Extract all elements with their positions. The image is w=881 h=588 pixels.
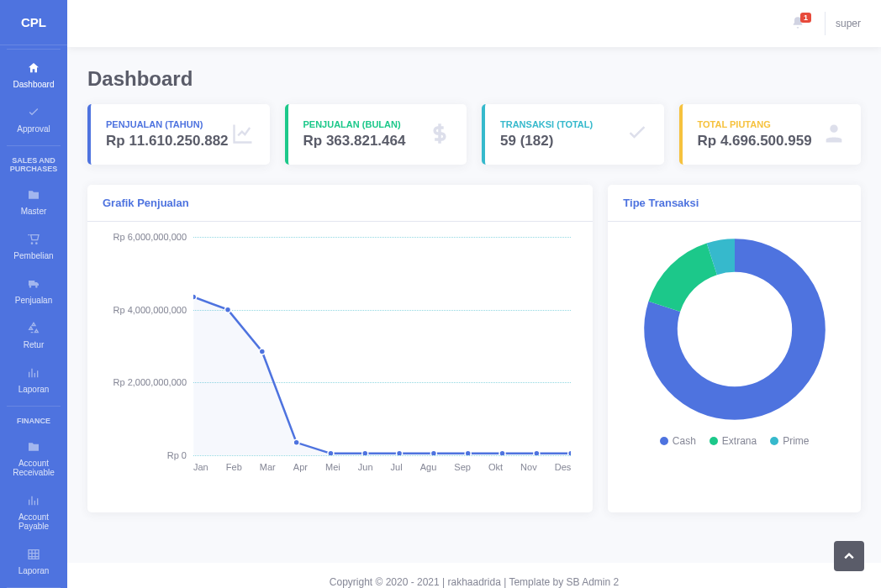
line-chart: Rp 0Rp 2,000,000,000Rp 4,000,000,000Rp 6… bbox=[103, 237, 578, 497]
divider bbox=[7, 49, 61, 50]
sidebar: CPL Dashboard Approval SALES AND PURCHAS… bbox=[0, 0, 67, 588]
sidebar-item-master[interactable]: Master bbox=[0, 180, 67, 224]
nav-label: Dashboard bbox=[13, 80, 55, 89]
sidebar-item-retur[interactable]: Retur bbox=[0, 313, 67, 358]
svg-point-3 bbox=[293, 439, 299, 445]
stat-label: TRANSAKSI (TOTAL) bbox=[500, 119, 593, 129]
line-chart-svg bbox=[193, 237, 571, 455]
chart-icon bbox=[3, 494, 64, 510]
chart-legend: CashExtranaPrime bbox=[660, 435, 810, 447]
x-axis-label: Agu bbox=[420, 462, 437, 472]
grid-line bbox=[193, 455, 571, 456]
nav-label: Account Receivable bbox=[13, 459, 54, 477]
scroll-to-top-button[interactable] bbox=[834, 541, 864, 571]
check-icon bbox=[3, 106, 64, 122]
svg-point-2 bbox=[259, 349, 265, 354]
svg-point-6 bbox=[397, 450, 403, 455]
stat-label: PENJUALAN (BULAN) bbox=[303, 119, 406, 129]
legend-dot bbox=[710, 437, 718, 445]
x-axis-label: Feb bbox=[226, 462, 242, 472]
check-icon bbox=[625, 122, 649, 148]
nav-label: Master bbox=[21, 207, 47, 216]
nav-label: Account Payable bbox=[18, 512, 49, 531]
svg-point-7 bbox=[430, 450, 436, 455]
svg-point-8 bbox=[465, 450, 471, 455]
sidebar-item-laporan[interactable]: Laporan bbox=[0, 358, 67, 402]
panel-title: Grafik Penjualan bbox=[87, 185, 593, 222]
x-axis-label: Mar bbox=[260, 462, 276, 472]
y-axis-label: Rp 6,000,000,000 bbox=[113, 232, 187, 242]
stat-card: PENJUALAN (TAHUN) Rp 11.610.250.882 bbox=[87, 104, 270, 165]
truck-icon bbox=[3, 277, 64, 293]
dollar-icon bbox=[428, 122, 451, 148]
sidebar-item-account-payable[interactable]: Account Payable bbox=[0, 486, 67, 539]
table-icon bbox=[3, 548, 64, 564]
donut-chart bbox=[642, 237, 827, 422]
folder-icon bbox=[3, 188, 64, 204]
nav-label: Penjualan bbox=[15, 296, 52, 305]
donate-icon bbox=[822, 122, 846, 148]
nav-label: Laporan bbox=[18, 385, 50, 394]
main-content: 1 super Dashboard PENJUALAN (TAHUN) Rp 1… bbox=[67, 0, 881, 588]
stat-value: Rp 11.610.250.882 bbox=[106, 133, 229, 150]
user-menu[interactable]: super bbox=[836, 18, 861, 29]
cart-icon bbox=[3, 233, 64, 249]
x-axis-label: Okt bbox=[488, 462, 503, 472]
nav-label: Retur bbox=[24, 340, 44, 349]
svg-point-11 bbox=[568, 450, 572, 455]
folder-icon bbox=[3, 440, 64, 456]
sidebar-item-penjualan[interactable]: Penjualan bbox=[0, 269, 67, 313]
x-axis-label: Sep bbox=[454, 462, 471, 472]
x-axis-label: Apr bbox=[293, 462, 308, 472]
topbar: 1 super bbox=[67, 0, 881, 47]
nav-label: Approval bbox=[17, 124, 50, 134]
chart-line-icon bbox=[231, 122, 255, 148]
x-axis-label: Mei bbox=[325, 462, 340, 472]
legend-item: Cash bbox=[660, 435, 696, 447]
recycle-icon bbox=[3, 322, 64, 338]
divider bbox=[7, 145, 61, 146]
stat-value: 59 (182) bbox=[500, 133, 593, 150]
svg-point-0 bbox=[193, 294, 197, 300]
stat-label: PENJUALAN (TAHUN) bbox=[106, 119, 229, 129]
stat-card: TOTAL PIUTANG Rp 4.696.500.959 bbox=[679, 104, 862, 165]
x-axis-label: Jul bbox=[391, 462, 403, 472]
nav-label: Pembelian bbox=[13, 251, 53, 260]
sales-chart-panel: Grafik Penjualan Rp 0Rp 2,000,000,000Rp … bbox=[87, 185, 593, 512]
legend-dot bbox=[660, 437, 668, 445]
divider bbox=[825, 12, 826, 35]
notification-badge: 1 bbox=[800, 13, 811, 23]
svg-point-9 bbox=[499, 450, 505, 455]
chart-icon bbox=[3, 366, 64, 382]
transaction-type-panel: Tipe Transaksi CashExtranaPrime bbox=[608, 185, 861, 512]
sidebar-item-dashboard[interactable]: Dashboard bbox=[0, 53, 67, 97]
sidebar-item-account-receivable[interactable]: Account Receivable bbox=[0, 432, 67, 486]
legend-dot bbox=[770, 437, 778, 445]
stat-value: Rp 363.821.464 bbox=[303, 133, 406, 150]
brand-logo[interactable]: CPL bbox=[0, 0, 67, 45]
svg-point-1 bbox=[224, 307, 230, 312]
panel-title: Tipe Transaksi bbox=[608, 185, 861, 222]
svg-point-10 bbox=[534, 450, 540, 455]
home-icon bbox=[3, 61, 64, 77]
notifications-button[interactable]: 1 bbox=[781, 16, 815, 32]
footer-text: Copyright © 2020 - 2021 | rakhaadrida | … bbox=[67, 563, 881, 588]
x-axis-label: Des bbox=[555, 462, 572, 472]
sidebar-item-approval[interactable]: Approval bbox=[0, 97, 67, 142]
stat-label: TOTAL PIUTANG bbox=[698, 119, 812, 129]
divider bbox=[7, 406, 61, 407]
nav-label: Laporan bbox=[18, 566, 50, 575]
stat-card: TRANSAKSI (TOTAL) 59 (182) bbox=[482, 104, 664, 165]
legend-item: Extrana bbox=[710, 435, 757, 447]
sidebar-item-pembelian[interactable]: Pembelian bbox=[0, 224, 67, 269]
stat-value: Rp 4.696.500.959 bbox=[698, 133, 812, 150]
nav-heading-sales: SALES AND PURCHASES bbox=[0, 150, 67, 180]
stat-card: PENJUALAN (BULAN) Rp 363.821.464 bbox=[285, 104, 467, 165]
y-axis-label: Rp 4,000,000,000 bbox=[113, 305, 187, 315]
sidebar-item-laporan[interactable]: Laporan bbox=[0, 539, 67, 584]
legend-item: Prime bbox=[770, 435, 809, 447]
x-axis-label: Jan bbox=[193, 462, 208, 472]
y-axis-label: Rp 2,000,000,000 bbox=[113, 377, 187, 387]
x-axis-label: Jun bbox=[358, 462, 373, 472]
y-axis-label: Rp 0 bbox=[167, 450, 187, 460]
